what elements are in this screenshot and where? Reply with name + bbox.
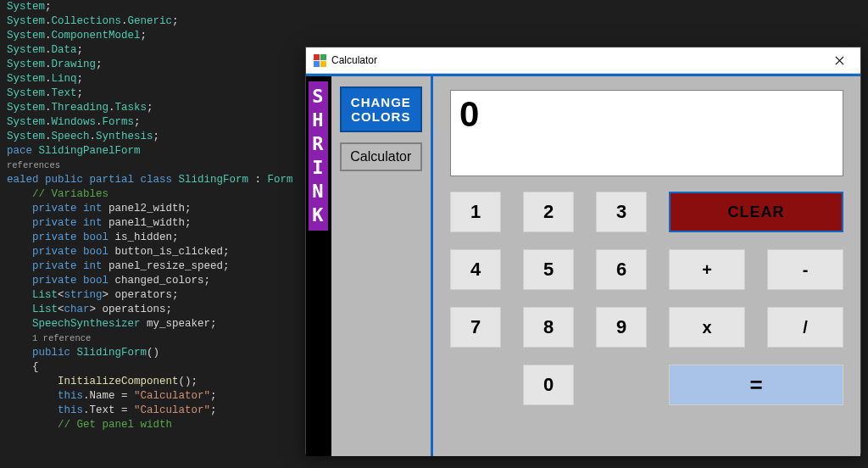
key-6[interactable]: 6 <box>596 249 647 290</box>
key-2[interactable]: 2 <box>523 192 574 232</box>
shrink-button[interactable]: SHRINK <box>307 80 330 232</box>
key-8[interactable]: 8 <box>523 307 574 348</box>
titlebar[interactable]: Calculator <box>306 47 860 74</box>
key-1[interactable]: 1 <box>450 192 501 232</box>
key-multiply[interactable]: x <box>669 307 745 348</box>
close-icon <box>835 56 844 65</box>
key-9[interactable]: 9 <box>596 307 647 348</box>
calculator-panel: 0 1 2 3 CLEAR 4 5 6 + - 7 8 9 <box>431 76 860 456</box>
key-divide[interactable]: / <box>767 307 843 348</box>
key-7[interactable]: 7 <box>450 307 501 348</box>
key-plus[interactable]: + <box>669 249 745 290</box>
key-0[interactable]: 0 <box>523 365 574 405</box>
key-3[interactable]: 3 <box>596 192 647 232</box>
calculator-window: Calculator SHRINK CHANGE COLORS Calculat… <box>305 47 861 454</box>
key-clear[interactable]: CLEAR <box>669 192 843 232</box>
change-colors-button[interactable]: CHANGE COLORS <box>340 86 422 132</box>
keypad: 1 2 3 CLEAR 4 5 6 + - 7 8 9 x / <box>450 192 843 405</box>
window-title: Calculator <box>331 54 377 66</box>
calculator-display: 0 <box>450 90 843 176</box>
close-button[interactable] <box>821 49 857 71</box>
calculator-mode-button[interactable]: Calculator <box>340 142 422 171</box>
app-icon <box>313 53 326 67</box>
key-5[interactable]: 5 <box>523 249 574 290</box>
key-equals[interactable]: = <box>669 365 843 405</box>
key-minus[interactable]: - <box>767 249 843 290</box>
side-panel: CHANGE COLORS Calculator <box>331 76 431 456</box>
key-4[interactable]: 4 <box>450 249 501 290</box>
